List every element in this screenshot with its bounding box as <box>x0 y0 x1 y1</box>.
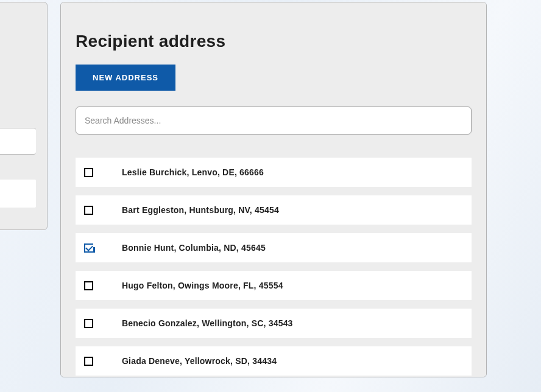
address-list: Leslie Burchick, Lenvo, DE, 66666Bart Eg… <box>76 158 472 376</box>
checkbox-icon[interactable] <box>84 357 93 366</box>
new-address-button[interactable]: NEW ADDRESS <box>76 65 175 91</box>
checkbox-wrap[interactable] <box>76 281 122 290</box>
checkbox-icon[interactable] <box>84 319 93 328</box>
side-panel <box>0 2 48 230</box>
checkbox-wrap[interactable] <box>76 168 122 177</box>
address-text: Leslie Burchick, Lenvo, DE, 66666 <box>122 167 264 177</box>
checkbox-icon[interactable] <box>84 168 93 177</box>
address-row[interactable]: Leslie Burchick, Lenvo, DE, 66666 <box>76 158 472 187</box>
search-addresses-input[interactable] <box>76 107 472 135</box>
address-text: Benecio Gonzalez, Wellington, SC, 34543 <box>122 318 293 328</box>
page-title: Recipient address <box>76 32 472 51</box>
checkbox-checked-icon[interactable] <box>84 243 93 253</box>
side-panel-field[interactable] <box>0 128 36 155</box>
checkbox-icon[interactable] <box>84 206 93 215</box>
address-text: Bart Eggleston, Huntsburg, NV, 45454 <box>122 205 279 215</box>
address-row[interactable]: Giada Deneve, Yellowrock, SD, 34434 <box>76 346 472 376</box>
checkbox-wrap[interactable] <box>76 319 122 328</box>
address-text: Hugo Felton, Owings Moore, FL, 45554 <box>122 281 283 290</box>
checkbox-wrap[interactable] <box>76 357 122 366</box>
address-row[interactable]: Bart Eggleston, Huntsburg, NV, 45454 <box>76 195 472 225</box>
checkbox-wrap[interactable] <box>76 243 122 253</box>
recipient-address-panel[interactable]: Recipient address NEW ADDRESS Leslie Bur… <box>60 2 487 377</box>
address-text: Giada Deneve, Yellowrock, SD, 34434 <box>122 356 277 366</box>
side-panel-row <box>0 180 36 208</box>
address-row[interactable]: Benecio Gonzalez, Wellington, SC, 34543 <box>76 309 472 338</box>
address-row[interactable]: Hugo Felton, Owings Moore, FL, 45554 <box>76 271 472 300</box>
checkbox-wrap[interactable] <box>76 206 122 215</box>
checkbox-icon[interactable] <box>84 281 93 290</box>
address-row[interactable]: Bonnie Hunt, Columbia, ND, 45645 <box>76 233 472 262</box>
address-text: Bonnie Hunt, Columbia, ND, 45645 <box>122 243 266 253</box>
